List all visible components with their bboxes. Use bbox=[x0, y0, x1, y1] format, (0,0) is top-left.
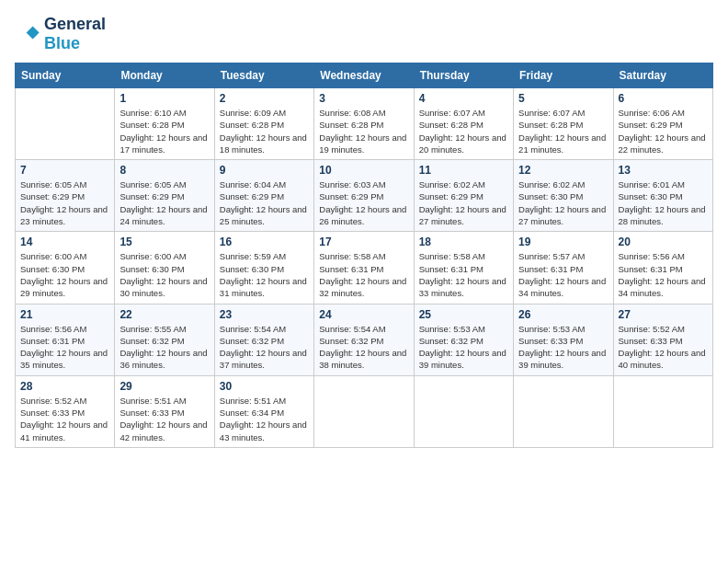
day-info: Sunrise: 5:58 AMSunset: 6:31 PMDaylight:… bbox=[419, 250, 508, 299]
day-number: 18 bbox=[419, 236, 508, 248]
calendar-cell: 4Sunrise: 6:07 AMSunset: 6:28 PMDaylight… bbox=[414, 88, 513, 160]
calendar-cell: 6Sunrise: 6:06 AMSunset: 6:29 PMDaylight… bbox=[613, 88, 712, 160]
day-number: 14 bbox=[20, 236, 109, 248]
calendar-header-wednesday: Wednesday bbox=[314, 63, 414, 88]
day-number: 27 bbox=[619, 308, 708, 321]
day-number: 24 bbox=[319, 308, 408, 321]
day-info: Sunrise: 5:56 AMSunset: 6:31 PMDaylight:… bbox=[619, 250, 708, 299]
calendar-cell bbox=[613, 375, 712, 447]
calendar-table: SundayMondayTuesdayWednesdayThursdayFrid… bbox=[15, 63, 713, 448]
calendar-cell bbox=[314, 375, 414, 447]
calendar-cell: 13Sunrise: 6:01 AMSunset: 6:30 PMDayligh… bbox=[613, 160, 712, 232]
day-number: 30 bbox=[220, 380, 309, 393]
day-info: Sunrise: 5:52 AMSunset: 6:33 PMDaylight:… bbox=[20, 395, 109, 443]
day-number: 15 bbox=[119, 236, 209, 248]
day-number: 3 bbox=[319, 92, 408, 105]
calendar-cell: 20Sunrise: 5:56 AMSunset: 6:31 PMDayligh… bbox=[613, 232, 712, 304]
calendar-week-3: 14Sunrise: 6:00 AMSunset: 6:30 PMDayligh… bbox=[16, 232, 713, 304]
calendar-cell: 7Sunrise: 6:05 AMSunset: 6:29 PMDaylight… bbox=[16, 160, 115, 232]
calendar-header-saturday: Saturday bbox=[613, 63, 712, 88]
day-number: 29 bbox=[119, 380, 209, 393]
calendar-cell: 16Sunrise: 5:59 AMSunset: 6:30 PMDayligh… bbox=[214, 232, 313, 304]
day-number: 12 bbox=[518, 164, 608, 177]
calendar-cell: 17Sunrise: 5:58 AMSunset: 6:31 PMDayligh… bbox=[314, 232, 414, 304]
day-number: 4 bbox=[419, 92, 508, 105]
day-number: 2 bbox=[220, 92, 309, 105]
day-info: Sunrise: 6:07 AMSunset: 6:28 PMDaylight:… bbox=[419, 107, 508, 155]
calendar-cell: 21Sunrise: 5:56 AMSunset: 6:31 PMDayligh… bbox=[16, 304, 115, 375]
day-number: 19 bbox=[518, 236, 608, 248]
calendar-week-1: 1Sunrise: 6:10 AMSunset: 6:28 PMDaylight… bbox=[16, 88, 713, 160]
day-number: 23 bbox=[220, 308, 309, 321]
day-info: Sunrise: 6:02 AMSunset: 6:30 PMDaylight:… bbox=[518, 178, 608, 227]
day-number: 13 bbox=[619, 164, 708, 177]
calendar-cell: 8Sunrise: 6:05 AMSunset: 6:29 PMDaylight… bbox=[115, 160, 214, 232]
calendar-cell: 30Sunrise: 5:51 AMSunset: 6:34 PMDayligh… bbox=[214, 375, 313, 447]
logo-icon bbox=[15, 21, 40, 47]
day-info: Sunrise: 5:57 AMSunset: 6:31 PMDaylight:… bbox=[518, 250, 608, 299]
calendar-cell: 25Sunrise: 5:53 AMSunset: 6:32 PMDayligh… bbox=[414, 304, 513, 375]
day-info: Sunrise: 6:07 AMSunset: 6:28 PMDaylight:… bbox=[518, 107, 608, 155]
day-info: Sunrise: 6:00 AMSunset: 6:30 PMDaylight:… bbox=[20, 250, 109, 299]
day-number: 25 bbox=[419, 308, 508, 321]
calendar-week-4: 21Sunrise: 5:56 AMSunset: 6:31 PMDayligh… bbox=[16, 304, 713, 375]
calendar-cell: 19Sunrise: 5:57 AMSunset: 6:31 PMDayligh… bbox=[514, 232, 613, 304]
calendar-cell: 3Sunrise: 6:08 AMSunset: 6:28 PMDaylight… bbox=[314, 88, 414, 160]
day-info: Sunrise: 5:51 AMSunset: 6:34 PMDaylight:… bbox=[220, 395, 309, 443]
day-info: Sunrise: 6:01 AMSunset: 6:30 PMDaylight:… bbox=[619, 178, 708, 227]
calendar-header-monday: Monday bbox=[115, 63, 214, 88]
calendar-cell: 24Sunrise: 5:54 AMSunset: 6:32 PMDayligh… bbox=[314, 304, 414, 375]
calendar-week-5: 28Sunrise: 5:52 AMSunset: 6:33 PMDayligh… bbox=[16, 375, 713, 447]
day-info: Sunrise: 5:56 AMSunset: 6:31 PMDaylight:… bbox=[20, 323, 109, 372]
calendar-cell bbox=[514, 375, 613, 447]
day-info: Sunrise: 5:59 AMSunset: 6:30 PMDaylight:… bbox=[220, 250, 309, 299]
calendar-header-tuesday: Tuesday bbox=[214, 63, 313, 88]
day-number: 16 bbox=[220, 236, 309, 248]
logo: General Blue bbox=[15, 15, 106, 53]
svg-marker-0 bbox=[27, 27, 40, 40]
day-info: Sunrise: 6:05 AMSunset: 6:29 PMDaylight:… bbox=[20, 178, 109, 227]
day-info: Sunrise: 5:52 AMSunset: 6:33 PMDaylight:… bbox=[619, 323, 708, 372]
calendar-cell: 26Sunrise: 5:53 AMSunset: 6:33 PMDayligh… bbox=[514, 304, 613, 375]
day-number: 17 bbox=[319, 236, 408, 248]
day-info: Sunrise: 6:10 AMSunset: 6:28 PMDaylight:… bbox=[119, 107, 209, 155]
calendar-cell: 9Sunrise: 6:04 AMSunset: 6:29 PMDaylight… bbox=[214, 160, 313, 232]
calendar-cell: 1Sunrise: 6:10 AMSunset: 6:28 PMDaylight… bbox=[115, 88, 214, 160]
day-number: 5 bbox=[518, 92, 608, 105]
day-info: Sunrise: 6:00 AMSunset: 6:30 PMDaylight:… bbox=[119, 250, 209, 299]
day-info: Sunrise: 6:09 AMSunset: 6:28 PMDaylight:… bbox=[220, 107, 309, 155]
day-info: Sunrise: 6:04 AMSunset: 6:29 PMDaylight:… bbox=[220, 178, 309, 227]
calendar-cell bbox=[414, 375, 513, 447]
day-number: 10 bbox=[319, 164, 408, 177]
calendar-cell: 5Sunrise: 6:07 AMSunset: 6:28 PMDaylight… bbox=[514, 88, 613, 160]
calendar-cell: 11Sunrise: 6:02 AMSunset: 6:29 PMDayligh… bbox=[414, 160, 513, 232]
calendar-header-thursday: Thursday bbox=[414, 63, 513, 88]
day-number: 9 bbox=[220, 164, 309, 177]
day-info: Sunrise: 6:03 AMSunset: 6:29 PMDaylight:… bbox=[319, 178, 408, 227]
day-info: Sunrise: 5:53 AMSunset: 6:33 PMDaylight:… bbox=[518, 323, 608, 372]
calendar-cell: 27Sunrise: 5:52 AMSunset: 6:33 PMDayligh… bbox=[613, 304, 712, 375]
day-number: 22 bbox=[119, 308, 209, 321]
calendar-cell: 29Sunrise: 5:51 AMSunset: 6:33 PMDayligh… bbox=[115, 375, 214, 447]
calendar-header-sunday: Sunday bbox=[16, 63, 115, 88]
day-number: 7 bbox=[20, 164, 109, 177]
day-info: Sunrise: 5:54 AMSunset: 6:32 PMDaylight:… bbox=[319, 323, 408, 372]
day-info: Sunrise: 6:06 AMSunset: 6:29 PMDaylight:… bbox=[619, 107, 708, 155]
day-number: 26 bbox=[518, 308, 608, 321]
day-number: 21 bbox=[20, 308, 109, 321]
calendar-cell: 15Sunrise: 6:00 AMSunset: 6:30 PMDayligh… bbox=[115, 232, 214, 304]
calendar-header-friday: Friday bbox=[514, 63, 613, 88]
day-info: Sunrise: 6:05 AMSunset: 6:29 PMDaylight:… bbox=[119, 178, 209, 227]
day-info: Sunrise: 5:51 AMSunset: 6:33 PMDaylight:… bbox=[119, 395, 209, 443]
calendar-cell: 28Sunrise: 5:52 AMSunset: 6:33 PMDayligh… bbox=[16, 375, 115, 447]
calendar-cell bbox=[16, 88, 115, 160]
calendar-header-row: SundayMondayTuesdayWednesdayThursdayFrid… bbox=[16, 63, 713, 88]
day-info: Sunrise: 5:55 AMSunset: 6:32 PMDaylight:… bbox=[119, 323, 209, 372]
calendar-week-2: 7Sunrise: 6:05 AMSunset: 6:29 PMDaylight… bbox=[16, 160, 713, 232]
day-number: 11 bbox=[419, 164, 508, 177]
day-info: Sunrise: 5:54 AMSunset: 6:32 PMDaylight:… bbox=[220, 323, 309, 372]
day-number: 28 bbox=[20, 380, 109, 393]
day-info: Sunrise: 5:58 AMSunset: 6:31 PMDaylight:… bbox=[319, 250, 408, 299]
day-number: 8 bbox=[119, 164, 209, 177]
calendar-cell: 18Sunrise: 5:58 AMSunset: 6:31 PMDayligh… bbox=[414, 232, 513, 304]
